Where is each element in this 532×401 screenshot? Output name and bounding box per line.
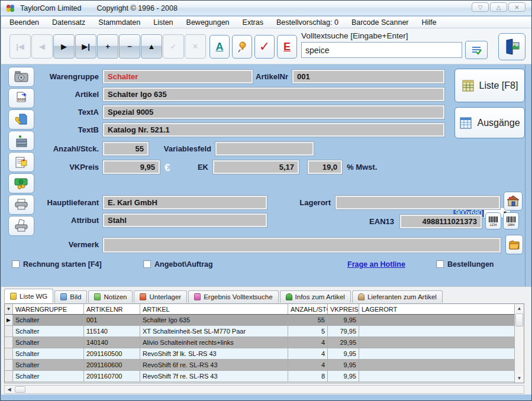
nav-last-button[interactable]: ▶| [75, 34, 96, 59]
exit-button[interactable] [498, 33, 525, 60]
row-marker-icon: ▶ [5, 315, 13, 325]
warengruppe-field[interactable]: Schalter [103, 70, 253, 83]
pin-button[interactable] [232, 35, 252, 59]
scroll-left-icon[interactable]: ◀ [5, 386, 14, 393]
menu-datensatz[interactable]: Datensatz [52, 18, 85, 27]
table-row[interactable]: Schalter 115140 XT Schalteinheit-Set SL-… [5, 326, 524, 337]
barcode-scan-button[interactable]: 1884 [503, 212, 519, 229]
search-confirm-button[interactable] [465, 41, 488, 59]
add-record-button[interactable] [8, 131, 34, 151]
cell-vkpreis: 9,95 [328, 315, 359, 325]
col-vkpreis[interactable]: VKPREIS [328, 304, 359, 314]
fulltext-search-input[interactable] [301, 42, 462, 58]
menu-barcode-scanner[interactable]: Barcode Scanner [352, 18, 409, 27]
cell-warengruppe: Schalter [13, 326, 84, 337]
col-anzahl[interactable]: ANZAHL/STCK. [288, 304, 328, 314]
bestellungen-checkbox[interactable] [436, 260, 444, 268]
barcode-print-button[interactable]: 1234 [485, 212, 501, 229]
binary-export-button[interactable]: 0101 [8, 88, 34, 108]
notes-icon [14, 155, 28, 169]
nav-prior-button[interactable]: ◀ [31, 34, 53, 59]
tab-label: Notizen [104, 293, 127, 300]
menu-stammdaten[interactable]: Stammdaten [98, 18, 140, 27]
vkpreis-field[interactable]: 9,95 [103, 160, 160, 174]
nav-first-button[interactable]: |◀ [9, 34, 31, 59]
maximize-button[interactable]: △ [490, 2, 507, 12]
scroll-up-icon[interactable]: ▲ [515, 305, 524, 312]
attribut-field[interactable]: Stahl [103, 214, 267, 227]
variablesfeld-field[interactable] [215, 142, 314, 156]
table-row[interactable]: ▶ Schalter 001 Schalter Igo 635 55 9,95 [5, 315, 524, 326]
print-document-button[interactable] [8, 216, 34, 236]
table-row[interactable]: Schalter 2091160500 RevoShift 3f lk. SL-… [5, 348, 524, 360]
photo-button[interactable] [8, 67, 34, 87]
warehouse-button[interactable] [504, 192, 523, 211]
textb-field[interactable]: Katalog Nr. 521.1 [103, 123, 444, 137]
table-row[interactable]: Schalter 2091160700 RevoShift 7f re. SL-… [5, 371, 524, 382]
tab-notizen[interactable]: Notizen [88, 290, 133, 303]
table-vertical-scrollbar[interactable]: ▲ ▼ [514, 304, 524, 383]
lagerort-field[interactable] [336, 196, 500, 209]
mwst-field[interactable]: 19,0 [308, 160, 342, 174]
nav-delete-button[interactable]: − [119, 34, 140, 59]
nav-cancel-button[interactable]: ✕ [185, 34, 206, 59]
nav-next-button[interactable]: ▶ [53, 34, 75, 59]
menu-bewegungen[interactable]: Bewegungen [186, 18, 230, 27]
notes-button[interactable] [8, 152, 34, 172]
tab-infos-zum-artikel[interactable]: Infos zum Artikel [280, 290, 351, 303]
scroll-down-icon[interactable]: ▼ [515, 374, 524, 382]
liste-button[interactable]: Liste [F8] [454, 69, 525, 102]
green-person-icon [286, 293, 292, 300]
menu-extras[interactable]: Extras [243, 18, 263, 27]
anzahl-field[interactable]: 55 [103, 142, 149, 156]
exit-door-icon [503, 38, 521, 56]
col-warengruppe[interactable]: WARENGRUPPE [13, 304, 84, 314]
confirm-button[interactable]: ✓ [254, 35, 275, 59]
col-artikelnr[interactable]: ARTIKELNR [84, 304, 140, 314]
ausgaenge-button[interactable]: Ausgänge [454, 107, 525, 138]
vermerk-field[interactable] [103, 238, 501, 253]
toolbar: |◀ ◀ ▶ ▶| + − ▲ ✓ ✕ A ✓ E Volltextsuche … [1, 28, 532, 64]
col-lagerort[interactable]: LAGERORT [359, 304, 524, 314]
rechnung-checkbox[interactable] [12, 260, 20, 268]
tab-bild[interactable]: Bild [54, 290, 87, 303]
tab-liste-wg[interactable]: Liste WG [4, 289, 53, 303]
table-horizontal-scrollbar[interactable]: ◀ [4, 385, 524, 394]
hotline-link[interactable]: Frage an Hotline [347, 260, 405, 269]
ek-field[interactable]: 5,17 [213, 160, 299, 174]
col-artikel[interactable]: ARTIKEL [140, 304, 288, 314]
euro-sign: € [165, 162, 170, 174]
font-a-button[interactable]: A [209, 35, 230, 59]
menu-bestellvorschlag[interactable]: Bestellvorschlag: 0 [276, 18, 338, 27]
hauptlieferant-field[interactable]: E. Karl GmbH [103, 196, 267, 209]
tab-unterlager[interactable]: Unterlager [134, 290, 187, 303]
ean13-field[interactable]: 4988111021373 [400, 215, 482, 228]
nav-insert-button[interactable]: + [97, 34, 118, 59]
artikelnr-field[interactable]: 001 [292, 70, 444, 83]
import-document-icon [14, 112, 28, 127]
cell-artikelnr: 2091160700 [84, 371, 140, 381]
nav-edit-button[interactable]: ▲ [141, 34, 162, 59]
table-row[interactable]: Schalter 140140 Alivio Schalteinheit rec… [5, 337, 524, 348]
tab-lieferanten-zum-artikel[interactable]: Lieferanten zum Artikel [352, 290, 443, 303]
close-button[interactable]: ✕ [508, 2, 525, 12]
menu-beenden[interactable]: Beenden [9, 18, 39, 27]
texta-field[interactable]: Spezial 9005 [103, 105, 444, 119]
nav-post-button[interactable]: ✓ [163, 34, 184, 59]
barcode-1234-icon: 1234 [488, 215, 499, 227]
archive-button[interactable] [505, 235, 523, 254]
window-copyright: Copyright © 1996 - 2008 [97, 4, 178, 12]
menu-listen[interactable]: Listen [153, 18, 173, 27]
money-button[interactable] [8, 173, 34, 193]
table-header-row: ▼ WARENGRUPPE ARTIKELNR ARTIKEL ANZAHL/S… [5, 304, 524, 315]
menu-hilfe[interactable]: Hilfe [422, 18, 437, 27]
yellow-page-icon [10, 293, 17, 300]
filter-icon[interactable]: ▼ [5, 304, 13, 314]
minimize-button[interactable]: ▽ [472, 2, 489, 12]
table-row[interactable]: Schalter 2091160600 RevoShift 6f re. SL-… [5, 360, 524, 371]
e-button[interactable]: E [277, 35, 297, 59]
artikel-field[interactable]: Schalter Igo 635 [103, 88, 444, 101]
import-document-button[interactable] [8, 109, 34, 130]
tab-ergebnis-volltextsuche[interactable]: Ergebnis Volltextsuche [188, 290, 278, 303]
angebot-checkbox[interactable] [143, 260, 151, 268]
